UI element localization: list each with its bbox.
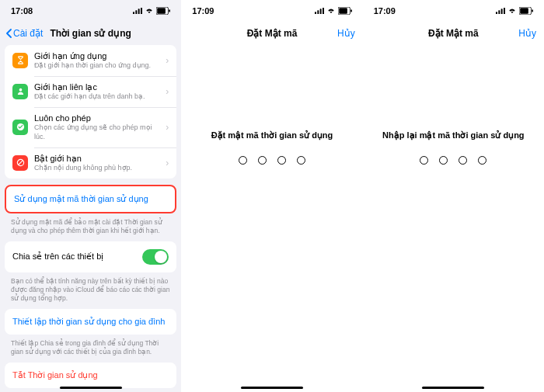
chevron-right-icon: › [166, 55, 169, 66]
nav-bar: Đặt Mật mã Hủy [181, 22, 362, 45]
signal-icon [315, 6, 324, 16]
battery-icon [338, 7, 352, 15]
status-icons [496, 6, 533, 16]
content: Đặt mật mã thời gian sử dụng [181, 45, 362, 392]
cancel-button[interactable]: Hủy [337, 28, 355, 39]
row-app-limits[interactable]: Giới hạn ứng dụng Đặt giới hạn thời gian… [5, 45, 176, 76]
svg-rect-1 [136, 10, 138, 14]
passcode-dot [478, 156, 486, 165]
use-passcode-button[interactable]: Sử dụng mật mã thời gian sử dụng [5, 185, 176, 213]
wifi-icon [145, 6, 154, 16]
status-time: 17:08 [11, 6, 33, 16]
svg-point-7 [19, 88, 22, 92]
svg-rect-11 [315, 12, 316, 14]
content: Giới hạn ứng dụng Đặt giới hạn thời gian… [0, 45, 181, 392]
passcode-footer: Sử dụng mật mã để bảo mật cài đặt Thời g… [0, 217, 181, 241]
svg-rect-12 [317, 10, 319, 14]
wifi-icon [507, 6, 517, 16]
chevron-right-icon: › [166, 158, 169, 168]
row-sub: Chặn nội dung không phù hợp. [34, 164, 159, 173]
content: Nhập lại mật mã thời gian sử dụng [363, 45, 544, 392]
passcode-dots[interactable] [363, 156, 544, 165]
svg-rect-21 [504, 8, 505, 14]
turn-off-label: Tắt Thời gian sử dụng [12, 370, 98, 380]
wifi-icon [326, 6, 336, 16]
signal-icon [496, 6, 505, 16]
row-text: Bật giới hạn Chặn nội dung không phù hợp… [34, 153, 159, 173]
passcode-dots[interactable] [181, 156, 362, 165]
row-sub: Đặt giới hạn thời gian cho ứng dụng. [34, 61, 159, 71]
chevron-right-icon: › [166, 122, 169, 133]
status-icons [133, 6, 170, 16]
passcode-prompt: Đặt mật mã thời gian sử dụng [181, 130, 362, 140]
settings-group: Giới hạn ứng dụng Đặt giới hạn thời gian… [5, 45, 176, 179]
family-footer: Thiết lập Chia sẻ trong gia đình để sử d… [0, 338, 181, 363]
row-text: Giới hạn liên lạc Đặt các giới hạn dựa t… [34, 82, 159, 102]
row-sub: Đặt các giới hạn dựa trên danh bạ. [34, 92, 159, 102]
passcode-dot [277, 156, 286, 165]
row-sub: Chọn các ứng dụng sẽ cho phép mọi lúc. [34, 123, 159, 141]
turn-off-button[interactable]: Tắt Thời gian sử dụng [5, 363, 176, 388]
row-title: Luôn cho phép [34, 113, 159, 123]
row-text: Giới hạn ứng dụng Đặt giới hạn thời gian… [34, 50, 159, 71]
setup-family-button[interactable]: Thiết lập thời gian sử dụng cho gia đình [5, 309, 176, 335]
passcode-area: Đặt mật mã thời gian sử dụng [181, 130, 362, 165]
screen-settings: 17:08 Cài đặt Thời gian sử dụng Giới hạn… [0, 0, 181, 392]
page-title: Đặt Mật mã [247, 28, 298, 39]
setup-family-label: Thiết lập thời gian sử dụng cho gia đình [12, 317, 165, 327]
share-toggle[interactable] [142, 249, 169, 265]
svg-rect-2 [138, 9, 140, 14]
home-indicator[interactable] [422, 387, 484, 390]
page-title: Đặt Mật mã [428, 28, 479, 39]
svg-rect-17 [350, 9, 352, 12]
status-bar: 17:09 [181, 0, 362, 22]
screen-set-passcode: 17:09 Đặt Mật mã Hủy Đặt mật mã thời gia… [181, 0, 362, 392]
row-text: Luôn cho phép Chọn các ứng dụng sẽ cho p… [34, 113, 159, 142]
svg-rect-23 [520, 8, 528, 13]
chevron-right-icon: › [166, 86, 169, 97]
signal-icon [133, 6, 142, 16]
passcode-dot [258, 156, 267, 165]
share-footer: Bạn có thể bật tính năng này trên bất kỳ… [0, 276, 181, 309]
contact-icon [12, 84, 28, 99]
svg-rect-3 [141, 8, 142, 14]
back-button[interactable]: Cài đặt [6, 28, 43, 39]
use-passcode-label: Sử dụng mật mã thời gian sử dụng [14, 194, 148, 204]
row-always-allowed[interactable]: Luôn cho phép Chọn các ứng dụng sẽ cho p… [5, 107, 176, 147]
home-indicator[interactable] [60, 387, 122, 390]
svg-rect-19 [498, 10, 500, 14]
passcode-prompt: Nhập lại mật mã thời gian sử dụng [363, 130, 544, 140]
nav-bar: Cài đặt Thời gian sử dụng [0, 22, 181, 45]
passcode-dot [439, 156, 448, 165]
hourglass-icon [12, 53, 28, 68]
screen-confirm-passcode: 17:09 Đặt Mật mã Hủy Nhập lại mật mã thờ… [363, 0, 544, 392]
passcode-dot [297, 156, 305, 165]
row-comm-limits[interactable]: Giới hạn liên lạc Đặt các giới hạn dựa t… [5, 76, 176, 107]
svg-line-10 [18, 161, 23, 165]
svg-rect-5 [158, 8, 166, 13]
cancel-button[interactable]: Hủy [518, 28, 536, 39]
svg-rect-13 [319, 9, 321, 14]
share-devices-row[interactable]: Chia sẻ trên các thiết bị [5, 241, 176, 272]
passcode-dot [420, 156, 428, 165]
battery-icon [156, 7, 170, 15]
svg-rect-24 [532, 9, 533, 12]
battery-icon [519, 7, 533, 15]
svg-rect-0 [133, 12, 134, 14]
row-title: Giới hạn liên lạc [34, 82, 159, 92]
svg-rect-18 [496, 12, 497, 14]
passcode-dot [239, 156, 247, 165]
home-indicator[interactable] [241, 387, 303, 390]
status-bar: 17:09 [363, 0, 544, 22]
check-icon [12, 120, 28, 135]
status-time: 17:09 [374, 6, 396, 16]
row-restrictions[interactable]: Bật giới hạn Chặn nội dung không phù hợp… [5, 147, 176, 179]
status-icons [315, 6, 352, 16]
svg-rect-20 [501, 9, 503, 14]
block-icon [12, 155, 28, 171]
row-title: Bật giới hạn [34, 153, 159, 164]
page-title: Thời gian sử dụng [50, 28, 131, 39]
row-title: Giới hạn ứng dụng [34, 50, 159, 61]
chevron-left-icon [6, 29, 12, 38]
share-label: Chia sẻ trên các thiết bị [12, 252, 103, 262]
